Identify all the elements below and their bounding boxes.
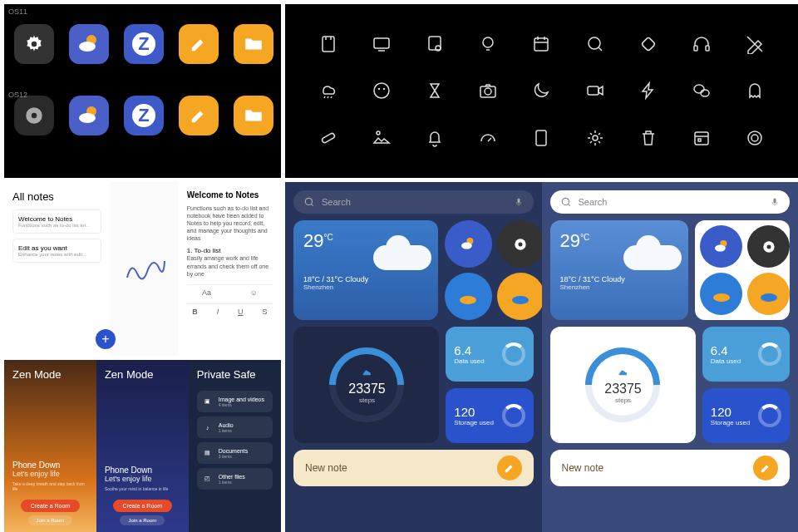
wechat-icon — [692, 81, 712, 101]
audio-icon: ♪ — [202, 421, 214, 433]
svg-point-28 — [593, 135, 598, 140]
storage-card[interactable]: 120Storage used — [446, 388, 533, 443]
strike-button[interactable]: S — [262, 308, 267, 316]
svg-point-18 — [374, 83, 389, 98]
files-icon[interactable] — [234, 96, 273, 135]
app-shortcut[interactable] — [747, 273, 790, 315]
svg-point-32 — [751, 135, 758, 141]
files-icon[interactable] — [234, 24, 273, 64]
dashboard-dark: Search 29°C 18°C / 31°C Cloudy Shenzhen … — [285, 182, 542, 532]
safe-item-audio[interactable]: ♪Audio1 items — [197, 416, 273, 438]
weather-card[interactable]: 29°C 18°C / 31°C Cloudy Shenzhen — [293, 220, 438, 320]
italic-button[interactable]: I — [217, 308, 219, 316]
steps-card[interactable]: 23375steps — [293, 327, 439, 443]
svg-point-47 — [713, 293, 730, 302]
weather-shortcut[interactable] — [445, 220, 492, 268]
search-icon — [303, 196, 315, 208]
svg-point-3 — [79, 42, 96, 52]
search-bar[interactable]: Search — [550, 190, 791, 214]
z-app-icon[interactable]: Z — [124, 96, 164, 135]
note-icon — [318, 34, 338, 54]
new-note-card[interactable]: New note — [550, 450, 791, 486]
edit-icon[interactable] — [753, 456, 778, 480]
underline-button[interactable]: U — [238, 308, 244, 316]
mic-icon[interactable] — [514, 197, 524, 207]
note-card[interactable]: Edit as you want Enhance your notes with… — [12, 239, 101, 263]
svg-point-46 — [766, 244, 771, 249]
svg-rect-23 — [588, 86, 598, 95]
progress-ring-icon — [758, 342, 781, 366]
settings-shortcut[interactable] — [747, 225, 790, 268]
data-card[interactable]: 6.4Data used — [446, 327, 533, 382]
os11-label: OS11 — [8, 7, 27, 16]
rotate-icon — [638, 34, 658, 54]
note-card[interactable]: Welcome to Notes Functions such as to-do… — [12, 209, 101, 234]
app-shortcut[interactable] — [445, 273, 492, 320]
weather-shortcut[interactable] — [700, 225, 742, 268]
svg-point-22 — [485, 88, 491, 95]
svg-point-44 — [715, 244, 726, 251]
create-room-button[interactable]: Create a Room — [113, 500, 172, 512]
image-icon: ▣ — [202, 396, 214, 407]
zen-mode-blue: Zen Mode Phone Down Let's enjoy life Soo… — [96, 360, 189, 532]
svg-point-31 — [748, 131, 761, 145]
settings-icon[interactable] — [14, 24, 54, 64]
weather-icon[interactable] — [69, 24, 109, 64]
weather-icon[interactable] — [69, 96, 109, 135]
pill-icon — [318, 128, 338, 148]
private-safe: Private Safe ▣Image and videos4 items ♪A… — [189, 360, 281, 532]
data-card[interactable]: 6.4Data used — [702, 327, 790, 382]
aa-button[interactable]: Aa — [202, 288, 211, 297]
moon-icon — [531, 81, 551, 101]
app-shortcut[interactable] — [497, 273, 544, 320]
svg-point-39 — [460, 296, 476, 304]
notes-icon[interactable] — [179, 24, 219, 64]
drawing-canvas[interactable] — [110, 182, 179, 356]
new-note-card[interactable]: New note — [293, 450, 534, 486]
welcome-title: Welcome to Notes — [187, 190, 273, 200]
camera-icon — [478, 81, 498, 101]
file-icon: ◰ — [202, 473, 214, 485]
settings-icon[interactable] — [14, 96, 54, 135]
svg-rect-29 — [695, 132, 708, 145]
create-room-button[interactable]: Create a Room — [21, 500, 80, 512]
doc-icon — [531, 128, 551, 148]
svg-point-33 — [305, 198, 312, 204]
svg-point-12 — [483, 37, 493, 47]
notes-icon[interactable] — [179, 96, 219, 135]
shoe-icon — [617, 367, 628, 378]
weather-card[interactable]: 29°C 18°C / 31°C Cloudy Shenzhen — [550, 220, 689, 320]
bold-button[interactable]: B — [192, 308, 198, 316]
cloud-icon — [373, 245, 431, 270]
add-note-button[interactable]: + — [96, 329, 116, 349]
join-room-button[interactable]: Join a Room — [120, 515, 165, 525]
safe-item-other[interactable]: ◰Other files1 items — [197, 468, 273, 490]
steps-card[interactable]: 23375steps — [550, 327, 696, 443]
svg-point-24 — [694, 85, 704, 93]
quick-apps — [445, 220, 534, 320]
app-shortcut[interactable] — [700, 273, 742, 315]
svg-point-48 — [761, 293, 777, 302]
svg-rect-15 — [641, 37, 655, 52]
storage-card[interactable]: 120Storage used — [702, 388, 790, 443]
search-bar[interactable]: Search — [293, 190, 534, 214]
image-icon — [372, 128, 392, 148]
icon-library-panel — [285, 4, 798, 178]
os12-label: OS12 — [8, 91, 27, 99]
edit-icon[interactable] — [497, 456, 522, 480]
svg-rect-26 — [322, 132, 336, 143]
svg-point-5 — [32, 113, 37, 119]
gear-icon — [585, 128, 605, 148]
join-room-button[interactable]: Join a Room — [28, 515, 73, 525]
rain-icon — [318, 81, 338, 101]
svg-rect-27 — [536, 131, 546, 145]
svg-rect-17 — [706, 46, 709, 51]
svg-rect-42 — [774, 199, 776, 204]
settings-shortcut[interactable] — [497, 220, 544, 268]
safe-item-images[interactable]: ▣Image and videos4 items — [197, 391, 273, 412]
safe-item-docs[interactable]: ▤Documents3 items — [197, 442, 273, 464]
z-app-icon[interactable]: Z — [124, 24, 164, 64]
mic-icon[interactable] — [770, 197, 780, 207]
progress-ring-icon — [502, 342, 525, 366]
ghost-icon — [745, 81, 765, 101]
